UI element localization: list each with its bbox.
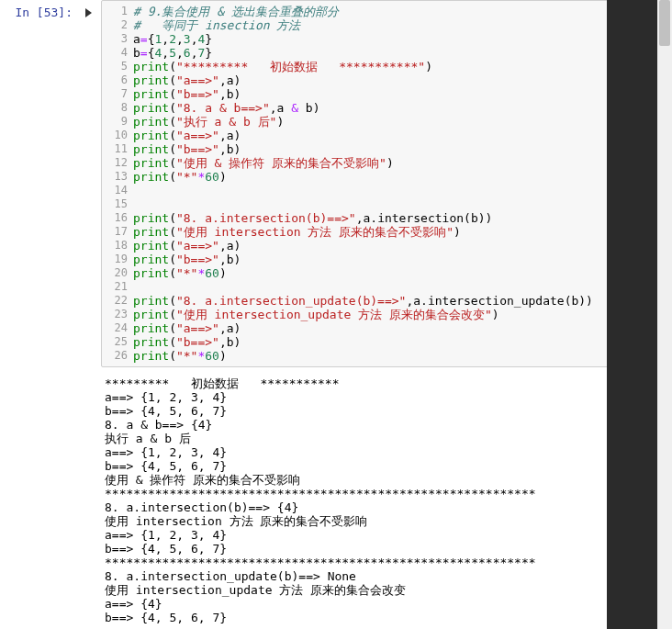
line-number: 7: [102, 87, 133, 101]
code-line[interactable]: 19print("b==>",b): [102, 253, 671, 266]
line-number: 4: [102, 46, 133, 60]
line-number: 5: [102, 60, 133, 73]
code-line[interactable]: 17print("使用 intersection 方法 原来的集合不受影响"): [102, 225, 671, 239]
line-number: 2: [102, 18, 133, 32]
code-line[interactable]: 8print("8. a & b==>",a & b): [102, 101, 671, 115]
code-text[interactable]: print("b==>",b): [133, 142, 671, 156]
line-number: 16: [102, 211, 133, 225]
code-line[interactable]: 2# 等同于 insection 方法: [102, 18, 671, 32]
line-number: 10: [102, 129, 133, 142]
line-number: 13: [102, 170, 133, 184]
code-text[interactable]: print("使用 & 操作符 原来的集合不受影响"): [133, 156, 671, 170]
code-text[interactable]: print("*"*60): [133, 349, 671, 363]
code-text[interactable]: print("********* 初始数据 ***********"): [133, 60, 671, 73]
line-number: 25: [102, 335, 133, 349]
scrollbar-thumb[interactable]: [659, 0, 670, 46]
code-text[interactable]: print("*"*60): [133, 170, 671, 184]
line-number: 21: [102, 280, 133, 294]
code-text[interactable]: print("b==>",b): [133, 87, 671, 101]
code-line[interactable]: 3a={1,2,3,4}: [102, 32, 671, 46]
cell-output: ********* 初始数据 *********** a==> {1, 2, 3…: [92, 367, 672, 624]
code-text[interactable]: print("*"*60): [133, 266, 671, 280]
code-line[interactable]: 26print("*"*60): [102, 349, 671, 363]
code-text[interactable]: print("8. a.intersection_update(b)==>",a…: [133, 294, 671, 308]
vertical-scrollbar[interactable]: [657, 0, 672, 629]
line-number: 8: [102, 101, 133, 115]
code-line[interactable]: 11print("b==>",b): [102, 142, 671, 156]
code-line[interactable]: 22print("8. a.intersection_update(b)==>"…: [102, 294, 671, 308]
code-text[interactable]: print("使用 intersection 方法 原来的集合不受影响"): [133, 225, 671, 239]
code-line[interactable]: 15: [102, 197, 671, 211]
line-number: 26: [102, 349, 133, 363]
code-line[interactable]: 24print("a==>",a): [102, 321, 671, 335]
code-text[interactable]: print("b==>",b): [133, 253, 671, 266]
code-text[interactable]: # 9.集合使用 & 选出集合重叠的部分: [133, 5, 671, 18]
code-line[interactable]: 20print("*"*60): [102, 266, 671, 280]
code-text[interactable]: # 等同于 insection 方法: [133, 18, 671, 32]
right-dark-panel: [607, 0, 657, 629]
play-icon[interactable]: [85, 8, 92, 17]
line-number: 11: [102, 142, 133, 156]
code-text[interactable]: print("a==>",a): [133, 239, 671, 253]
line-number: 18: [102, 239, 133, 253]
line-number: 12: [102, 156, 133, 170]
code-line[interactable]: 12print("使用 & 操作符 原来的集合不受影响"): [102, 156, 671, 170]
code-text[interactable]: print("a==>",a): [133, 321, 671, 335]
code-line[interactable]: 25print("b==>",b): [102, 335, 671, 349]
code-line[interactable]: 1# 9.集合使用 & 选出集合重叠的部分: [102, 5, 671, 18]
line-number: 14: [102, 184, 133, 197]
code-text[interactable]: print("执行 a & b 后"): [133, 115, 671, 129]
input-prompt: In [53]:: [9, 0, 101, 19]
code-text[interactable]: print("8. a & b==>",a & b): [133, 101, 671, 115]
notebook-viewport: In [53]: 1# 9.集合使用 & 选出集合重叠的部分2# 等同于 ins…: [0, 0, 672, 629]
code-text[interactable]: print("b==>",b): [133, 335, 671, 349]
code-text[interactable]: print("使用 intersection_update 方法 原来的集合会改…: [133, 308, 671, 321]
line-number: 9: [102, 115, 133, 129]
code-cell: In [53]: 1# 9.集合使用 & 选出集合重叠的部分2# 等同于 ins…: [0, 0, 672, 367]
line-number: 3: [102, 32, 133, 46]
code-text[interactable]: print("a==>",a): [133, 73, 671, 87]
code-text[interactable]: a={1,2,3,4}: [133, 32, 671, 46]
code-line[interactable]: 7print("b==>",b): [102, 87, 671, 101]
line-number: 22: [102, 294, 133, 308]
code-input-area[interactable]: 1# 9.集合使用 & 选出集合重叠的部分2# 等同于 insection 方法…: [101, 0, 672, 367]
line-number: 24: [102, 321, 133, 335]
code-line[interactable]: 16print("8. a.intersection(b)==>",a.inte…: [102, 211, 671, 225]
code-text[interactable]: print("8. a.intersection(b)==>",a.inters…: [133, 211, 671, 225]
code-line[interactable]: 13print("*"*60): [102, 170, 671, 184]
line-number: 15: [102, 197, 133, 211]
prompt-label: In [53]:: [15, 6, 73, 19]
code-line[interactable]: 10print("a==>",a): [102, 129, 671, 142]
line-number: 6: [102, 73, 133, 87]
code-line[interactable]: 23print("使用 intersection_update 方法 原来的集合…: [102, 308, 671, 321]
line-number: 17: [102, 225, 133, 239]
code-text[interactable]: print("a==>",a): [133, 129, 671, 142]
code-line[interactable]: 5print("********* 初始数据 ***********"): [102, 60, 671, 73]
line-number: 19: [102, 253, 133, 266]
line-number: 23: [102, 308, 133, 321]
line-number: 1: [102, 5, 133, 18]
line-number: 20: [102, 266, 133, 280]
code-line[interactable]: 21: [102, 280, 671, 294]
code-line[interactable]: 4b={4,5,6,7}: [102, 46, 671, 60]
code-line[interactable]: 9print("执行 a & b 后"): [102, 115, 671, 129]
code-line[interactable]: 6print("a==>",a): [102, 73, 671, 87]
code-text[interactable]: b={4,5,6,7}: [133, 46, 671, 60]
code-line[interactable]: 14: [102, 184, 671, 197]
code-line[interactable]: 18print("a==>",a): [102, 239, 671, 253]
